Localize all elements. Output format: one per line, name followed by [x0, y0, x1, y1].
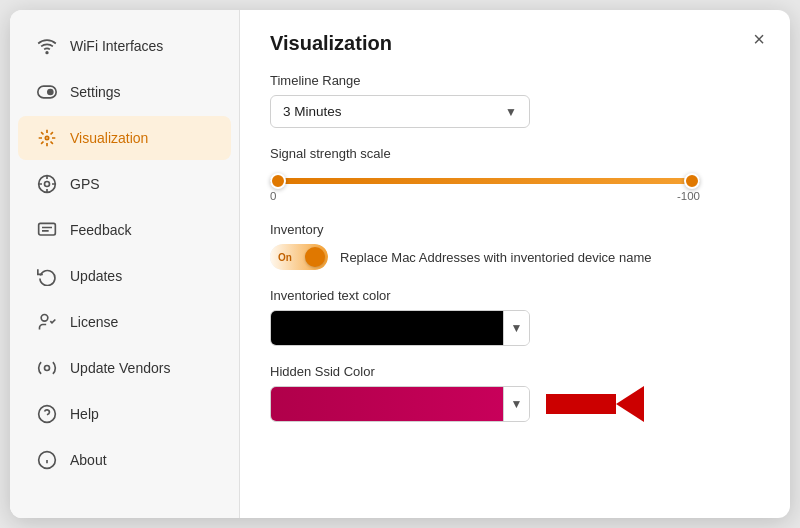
arrow-indicator — [546, 386, 638, 422]
inventory-section: Inventory On Replace Mac Addresses with … — [270, 222, 760, 270]
hidden-ssid-section: Hidden Ssid Color ▼ — [270, 364, 760, 422]
slider-labels: 0 -100 — [270, 190, 700, 202]
updates-icon — [36, 265, 58, 287]
hidden-ssid-label: Hidden Ssid Color — [270, 364, 760, 379]
inventory-row: On Replace Mac Addresses with inventorie… — [270, 244, 760, 270]
modal: WiFi Interfaces Settings Visualization — [10, 10, 790, 518]
sidebar: WiFi Interfaces Settings Visualization — [10, 10, 240, 518]
sidebar-item-help[interactable]: Help — [18, 392, 231, 436]
slider-thumb-right[interactable] — [684, 173, 700, 189]
toggle-circle — [305, 247, 325, 267]
sidebar-item-label: License — [70, 314, 118, 330]
sidebar-item-label: Help — [70, 406, 99, 422]
svg-point-2 — [48, 90, 53, 95]
signal-strength-section: Signal strength scale 0 -100 — [270, 146, 760, 204]
sidebar-item-label: Visualization — [70, 130, 148, 146]
toggle-on-state: On — [270, 244, 328, 270]
hidden-ssid-row: ▼ — [270, 386, 760, 422]
signal-strength-slider[interactable]: 0 -100 — [270, 168, 700, 204]
panel-title: Visualization — [270, 32, 760, 55]
sidebar-item-label: Update Vendors — [70, 360, 170, 376]
sidebar-item-label: Updates — [70, 268, 122, 284]
sidebar-item-label: GPS — [70, 176, 100, 192]
slider-min-label: 0 — [270, 190, 276, 202]
svg-point-3 — [45, 136, 48, 139]
close-button[interactable]: × — [746, 26, 772, 52]
inventory-description: Replace Mac Addresses with inventoried d… — [340, 250, 651, 265]
red-arrow-icon — [616, 386, 644, 422]
sidebar-item-updates[interactable]: Updates — [18, 254, 231, 298]
color-dropdown-arrow-icon: ▼ — [503, 311, 529, 345]
about-icon — [36, 449, 58, 471]
sidebar-item-about[interactable]: About — [18, 438, 231, 482]
sidebar-item-settings[interactable]: Settings — [18, 70, 231, 114]
sidebar-item-license[interactable]: License — [18, 300, 231, 344]
sidebar-item-label: Feedback — [70, 222, 131, 238]
sidebar-item-feedback[interactable]: Feedback — [18, 208, 231, 252]
svg-point-14 — [45, 366, 50, 371]
help-icon — [36, 403, 58, 425]
slider-track — [270, 178, 700, 184]
gps-icon — [36, 173, 58, 195]
dropdown-arrow-icon: ▼ — [505, 105, 517, 119]
toggle-on-label: On — [278, 252, 292, 263]
sidebar-item-label: Settings — [70, 84, 121, 100]
sidebar-item-gps[interactable]: GPS — [18, 162, 231, 206]
hidden-ssid-color-swatch — [271, 387, 503, 421]
svg-point-0 — [46, 52, 48, 54]
sidebar-item-update-vendors[interactable]: Update Vendors — [18, 346, 231, 390]
wifi-icon — [36, 35, 58, 57]
inventory-toggle[interactable]: On — [270, 244, 328, 270]
svg-point-5 — [45, 182, 50, 187]
svg-rect-10 — [39, 223, 56, 235]
slider-thumb-left[interactable] — [270, 173, 286, 189]
license-icon — [36, 311, 58, 333]
timeline-range-section: Timeline Range 3 Minutes ▼ — [270, 73, 760, 128]
hidden-ssid-color-dropdown[interactable]: ▼ — [270, 386, 530, 422]
visualization-icon — [36, 127, 58, 149]
arrow-body — [546, 394, 616, 414]
sidebar-item-label: WiFi Interfaces — [70, 38, 163, 54]
svg-point-13 — [41, 315, 48, 322]
inventory-label: Inventory — [270, 222, 760, 237]
update-vendors-icon — [36, 357, 58, 379]
timeline-range-label: Timeline Range — [270, 73, 760, 88]
inventoried-color-label: Inventoried text color — [270, 288, 760, 303]
sidebar-item-wifi-interfaces[interactable]: WiFi Interfaces — [18, 24, 231, 68]
hidden-ssid-arrow-icon: ▼ — [503, 387, 529, 421]
timeline-range-value: 3 Minutes — [283, 104, 342, 119]
sidebar-item-label: About — [70, 452, 107, 468]
inventoried-color-dropdown[interactable]: ▼ — [270, 310, 530, 346]
signal-strength-label: Signal strength scale — [270, 146, 760, 161]
sidebar-item-visualization[interactable]: Visualization — [18, 116, 231, 160]
inventoried-color-section: Inventoried text color ▼ — [270, 288, 760, 346]
timeline-range-dropdown[interactable]: 3 Minutes ▼ — [270, 95, 530, 128]
inventoried-color-swatch — [271, 311, 503, 345]
feedback-icon — [36, 219, 58, 241]
slider-max-label: -100 — [677, 190, 700, 202]
toggle-icon — [36, 81, 58, 103]
main-panel: × Visualization Timeline Range 3 Minutes… — [240, 10, 790, 518]
